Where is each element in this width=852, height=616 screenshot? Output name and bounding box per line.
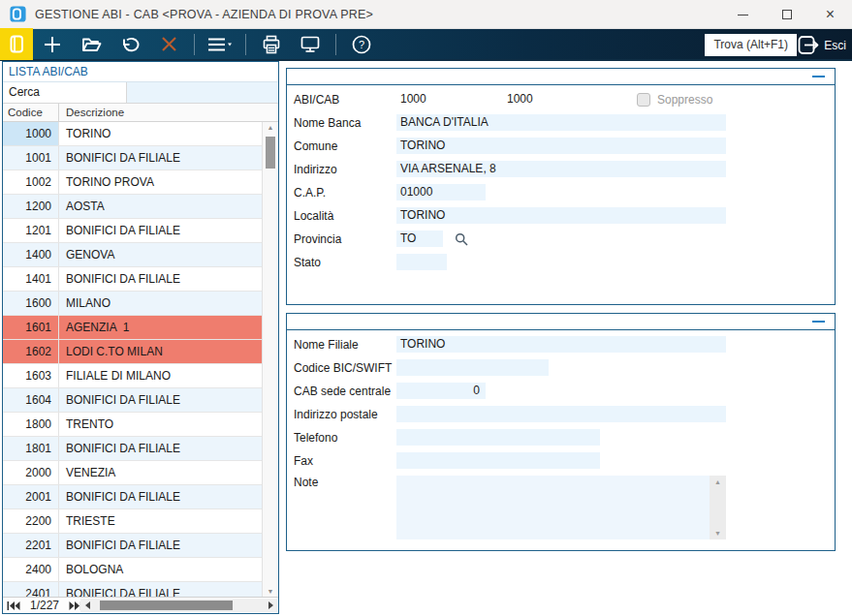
cab-value[interactable]: 1000 [503,91,610,108]
column-header-codice[interactable]: Codice [3,104,59,121]
scroll-up-icon[interactable]: ▲ [710,478,726,485]
row-code-cell[interactable]: 2401 [3,582,59,597]
row-desc-cell[interactable]: FILIALE DI MILANO [59,364,264,387]
close-button[interactable]: × [808,0,852,29]
scroll-right-icon[interactable] [264,599,277,612]
hscrollbar-thumb[interactable] [100,601,233,610]
table-row[interactable]: 1002 TORINO PROVA [3,170,264,195]
row-code-cell[interactable]: 1801 [3,437,59,460]
records-button[interactable] [0,28,33,60]
table-row[interactable]: 1602 LODI C.TO MILAN [3,340,264,364]
note-scrollbar[interactable]: ▲ ▼ [710,476,726,539]
table-row[interactable]: 1401 BONIFICI DA FILIALE [3,267,264,292]
row-desc-cell[interactable]: GENOVA [59,243,264,266]
open-button[interactable] [76,30,107,58]
row-desc-cell[interactable]: AGENZIA 1 [59,316,264,339]
table-row[interactable]: 1001 BONIFICI DA FILIALE [3,146,264,170]
row-code-cell[interactable]: 2400 [3,558,59,581]
scroll-down-icon[interactable]: ▼ [710,530,726,537]
nome-banca-field[interactable]: BANCA D'ITALIA [396,114,726,131]
row-desc-cell[interactable]: LODI C.TO MILAN [59,340,264,363]
minimize-button[interactable] [721,0,765,29]
row-code-cell[interactable]: 1601 [3,316,59,339]
cab-sede-field[interactable]: 0 [396,383,486,399]
menu-button[interactable] [205,30,236,58]
indirizzo-postale-field[interactable] [396,406,726,422]
table-row[interactable]: 1604 BONIFICI DA FILIALE [3,388,264,413]
scrollbar-thumb[interactable] [266,137,275,169]
row-desc-cell[interactable]: BONIFICI DA FILIALE [59,267,264,291]
table-row[interactable]: 2200 TRIESTE [3,509,264,534]
row-desc-cell[interactable]: BONIFICI DA FILIALE [59,534,264,557]
table-row[interactable]: 2001 BONIFICI DA FILIALE [3,485,264,509]
row-code-cell[interactable]: 2200 [3,509,59,533]
indirizzo-field[interactable]: VIA ARSENALE, 8 [396,161,726,177]
row-desc-cell[interactable]: BONIFICI DA FILIALE [59,219,264,242]
row-desc-cell[interactable]: BONIFICI DA FILIALE [59,146,264,169]
row-code-cell[interactable]: 1602 [3,340,59,363]
table-row[interactable]: 1200 AOSTA [3,195,264,219]
table-row[interactable]: 1601 AGENZIA 1 [3,316,264,340]
row-desc-cell[interactable]: BONIFICI DA FILIALE [59,485,264,508]
row-code-cell[interactable]: 2000 [3,461,59,484]
row-code-cell[interactable]: 1201 [3,219,59,242]
undo-button[interactable] [114,30,145,58]
fax-field[interactable] [396,452,600,469]
scroll-up-icon[interactable]: ▲ [263,124,278,131]
table-row[interactable]: 2201 BONIFICI DA FILIALE [3,534,264,558]
bic-swift-field[interactable] [396,359,549,376]
row-desc-cell[interactable]: TRENTO [59,413,264,436]
exit-button[interactable]: Esci [798,33,846,57]
row-code-cell[interactable]: 2001 [3,485,59,508]
row-desc-cell[interactable]: AOSTA [59,195,264,218]
row-code-cell[interactable]: 1603 [3,364,59,387]
cap-field[interactable]: 01000 [396,184,486,200]
scroll-left-icon[interactable] [80,599,94,612]
table-row[interactable]: 1603 FILIALE DI MILANO [3,364,264,388]
table-row[interactable]: 1400 GENOVA [3,243,264,267]
row-desc-cell[interactable]: BONIFICI DA FILIALE [59,437,264,460]
row-desc-cell[interactable]: VENEZIA [59,461,264,484]
column-header-descrizione[interactable]: Descrizione [59,104,278,121]
row-desc-cell[interactable]: TORINO PROVA [59,170,264,194]
row-code-cell[interactable]: 1400 [3,243,59,266]
row-desc-cell[interactable]: BONIFICI DA FILIALE [59,582,264,597]
stato-field[interactable] [396,254,447,270]
table-row[interactable]: 2401 BONIFICI DA FILIALE [3,582,264,597]
vertical-scrollbar[interactable]: ▲ ▼ [262,122,278,597]
new-record-button[interactable] [37,30,68,58]
collapse-icon[interactable] [812,321,825,323]
help-button[interactable]: ? [346,30,377,58]
row-desc-cell[interactable]: TORINO [59,122,264,145]
table-row[interactable]: 1201 BONIFICI DA FILIALE [3,219,264,243]
first-page-icon[interactable] [7,601,20,610]
table-row[interactable]: 1800 TRENTO [3,413,264,437]
scroll-down-icon[interactable]: ▼ [263,588,278,595]
maximize-button[interactable] [765,0,808,29]
row-code-cell[interactable]: 1200 [3,195,59,218]
telefono-field[interactable] [396,429,600,446]
row-desc-cell[interactable]: MILANO [59,292,264,315]
provincia-lookup-button[interactable] [455,232,468,246]
row-code-cell[interactable]: 1000 [3,122,59,145]
nome-filiale-field[interactable]: TORINO [396,336,726,353]
row-code-cell[interactable]: 1401 [3,267,59,291]
horizontal-scrollbar[interactable] [80,599,277,612]
monitor-button[interactable] [295,30,326,58]
row-code-cell[interactable]: 1600 [3,292,59,315]
row-desc-cell[interactable]: TRIESTE [59,509,264,533]
localita-field[interactable]: TORINO [396,207,726,224]
search-input[interactable] [127,82,278,103]
table-row[interactable]: 2400 BOLOGNA [3,558,264,582]
abi-value[interactable]: 1000 [396,91,503,108]
row-code-cell[interactable]: 2201 [3,534,59,557]
table-row[interactable]: 1600 MILANO [3,292,264,316]
collapse-icon[interactable] [812,76,825,77]
row-desc-cell[interactable]: BONIFICI DA FILIALE [59,388,264,412]
row-code-cell[interactable]: 1001 [3,146,59,169]
row-desc-cell[interactable]: BOLOGNA [59,558,264,581]
note-field[interactable]: ▲ ▼ [396,476,726,539]
row-code-cell[interactable]: 1002 [3,170,59,194]
table-row[interactable]: 1801 BONIFICI DA FILIALE [3,437,264,461]
delete-button[interactable] [153,30,184,58]
